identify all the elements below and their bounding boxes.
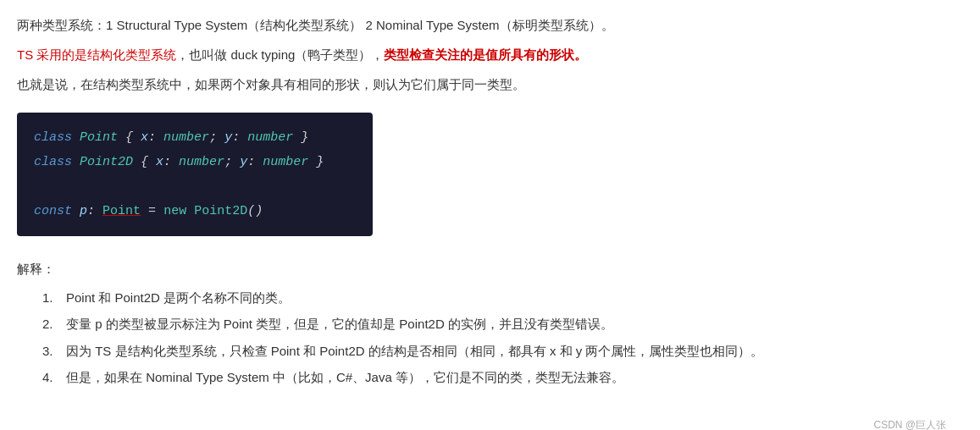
code-line3: const p: Point = new Point2D() [34,200,356,223]
explanation-label-text: 解释： [17,262,55,276]
list-num-3: 3. [42,340,66,362]
prop-y-1: y [224,130,232,145]
class-keyword-2: class [34,155,72,169]
class-name-point: Point [80,130,118,145]
explanation-label: 解释： [17,258,949,280]
list-content-1: Point 和 Point2D 是两个名称不同的类。 [66,287,949,309]
type-number-3: number [179,155,224,169]
class-keyword-1: class [34,130,72,145]
list-num-2: 2. [42,313,66,335]
colon-2: : [232,130,247,145]
code-line2: class Point2D { x: number; y: number } [34,151,356,174]
list-item: 2. 变量 p 的类型被显示标注为 Point 类型，但是，它的值却是 Poin… [42,313,949,335]
brace-open-1: { [125,130,141,145]
semi-2: ; [224,155,240,169]
watermark-text: CSDN @巨人张 [873,419,946,430]
new-class-point2d: Point2D [194,204,247,218]
equals-sign: = [148,204,156,218]
list-content-3: 因为 TS 是结构化类型系统，只检查 Point 和 Point2D 的结构是否… [66,340,949,362]
intro-line1-text: 两种类型系统：1 Structural Type System（结构化类型系统）… [17,18,614,32]
intro-line2-normal2: ，也叫做 duck typing（鸭子类型）， [176,47,384,62]
brace-close-2: } [316,155,324,169]
prop-x-1: x [141,130,148,145]
intro-line3-text: 也就是说，在结构类型系统中，如果两个对象具有相同的形状，则认为它们属于同一类型。 [17,77,525,91]
type-number-1: number [163,130,209,145]
list-num-1: 1. [42,287,66,309]
intro-line3: 也就是说，在结构类型系统中，如果两个对象具有相同的形状，则认为它们属于同一类型。 [17,73,949,96]
explanation-list: 1. Point 和 Point2D 是两个名称不同的类。 2. 变量 p 的类… [42,287,949,389]
list-item: 1. Point 和 Point2D 是两个名称不同的类。 [42,287,949,309]
semi-1: ; [209,130,224,145]
code-block: class Point { x: number; y: number } cla… [17,113,373,236]
class-name-point2d: Point2D [80,155,133,169]
list-content-2: 变量 p 的类型被显示标注为 Point 类型，但是，它的值却是 Point2D… [66,313,949,335]
watermark: CSDN @巨人张 [873,416,946,430]
intro-line2-red1: TS 采用的是结构化类型系统 [17,47,176,62]
brace-open-2: { [141,155,156,169]
colon-4: : [247,155,263,169]
brace-close-1: } [301,130,308,145]
list-num-4: 4. [42,367,66,389]
code-line-empty [34,175,356,198]
colon-1: : [148,130,163,145]
intro-line2: TS 采用的是结构化类型系统，也叫做 duck typing（鸭子类型），类型检… [17,43,949,66]
type-number-4: number [263,155,308,169]
intro-line2-red2: 类型检查关注的是值所具有的形状。 [384,47,587,62]
colon-3: : [163,155,179,169]
code-line1: class Point { x: number; y: number } [34,126,356,149]
list-content-4: 但是，如果在 Nominal Type System 中（比如，C#、Java … [66,367,949,389]
type-annotation-point: Point [102,204,141,218]
const-keyword: const [34,204,72,218]
prop-x-2: x [156,155,163,169]
list-item: 4. 但是，如果在 Nominal Type System 中（比如，C#、Ja… [42,367,949,389]
list-item: 3. 因为 TS 是结构化类型系统，只检查 Point 和 Point2D 的结… [42,340,949,362]
new-keyword: new [163,204,186,218]
prop-y-2: y [240,155,247,169]
intro-line1: 两种类型系统：1 Structural Type System（结构化类型系统）… [17,14,949,36]
parens: () [247,204,263,218]
type-number-2: number [247,130,293,145]
